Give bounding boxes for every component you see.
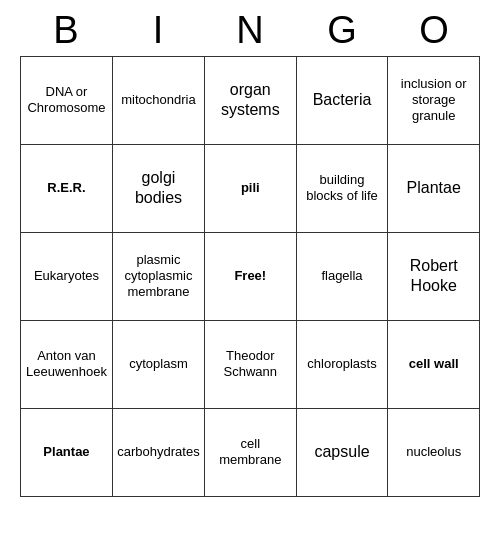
cell-r3-c2: Theodor Schwann — [204, 320, 296, 408]
cell-r3-c0: Anton van Leeuwenhoek — [21, 320, 113, 408]
cell-r4-c1: carbohydrates — [112, 408, 204, 496]
bingo-grid: DNA or Chromosomemitochondriaorgan syste… — [20, 56, 480, 497]
cell-r1-c2: pili — [204, 144, 296, 232]
cell-r3-c1: cytoplasm — [112, 320, 204, 408]
cell-r1-c3: building blocks of life — [296, 144, 388, 232]
cell-r0-c2: organ systems — [204, 56, 296, 144]
letter-i: I — [112, 10, 204, 52]
cell-r2-c1: plasmic cytoplasmic membrane — [112, 232, 204, 320]
letter-g: G — [296, 10, 388, 52]
letter-n: N — [204, 10, 296, 52]
cell-r2-c0: Eukaryotes — [21, 232, 113, 320]
cell-r3-c3: chloroplasts — [296, 320, 388, 408]
cell-r4-c0: Plantae — [21, 408, 113, 496]
cell-r0-c0: DNA or Chromosome — [21, 56, 113, 144]
cell-r0-c4: inclusion or storage granule — [388, 56, 480, 144]
cell-r4-c2: cell membrane — [204, 408, 296, 496]
letter-b: B — [20, 10, 112, 52]
cell-r1-c1: golgi bodies — [112, 144, 204, 232]
cell-r2-c2: Free! — [204, 232, 296, 320]
letter-o: O — [388, 10, 480, 52]
cell-r1-c4: Plantae — [388, 144, 480, 232]
cell-r2-c3: flagella — [296, 232, 388, 320]
cell-r3-c4: cell wall — [388, 320, 480, 408]
cell-r0-c1: mitochondria — [112, 56, 204, 144]
cell-r1-c0: R.E.R. — [21, 144, 113, 232]
cell-r0-c3: Bacteria — [296, 56, 388, 144]
cell-r4-c3: capsule — [296, 408, 388, 496]
bingo-header: B I N G O — [20, 10, 480, 52]
cell-r2-c4: Robert Hooke — [388, 232, 480, 320]
cell-r4-c4: nucleolus — [388, 408, 480, 496]
